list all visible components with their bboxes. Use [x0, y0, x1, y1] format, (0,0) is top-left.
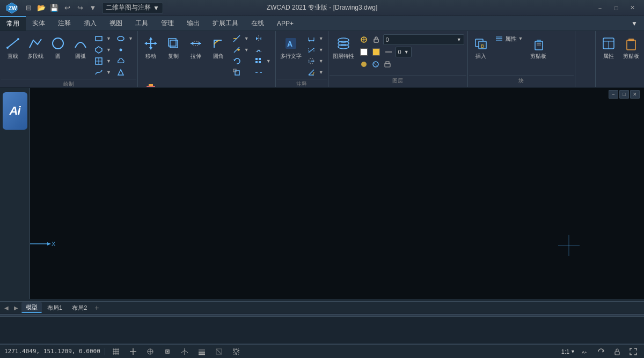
main-canvas[interactable]: − □ ✕ Y X: [0, 88, 644, 299]
minimize-button[interactable]: −: [592, 2, 608, 14]
undo-button[interactable]: ↩: [61, 2, 73, 14]
draw-ellipse-button[interactable]: ▼: [114, 33, 135, 44]
menu-tab-tools[interactable]: 工具: [129, 16, 155, 31]
clipboard-paste-button[interactable]: 剪贴板: [526, 33, 550, 61]
layer-on-btn[interactable]: [358, 59, 369, 70]
modify-offset-button[interactable]: [252, 44, 273, 55]
draw-polygon-button[interactable]: ▼: [92, 44, 113, 55]
menu-tab-solid[interactable]: 实体: [26, 16, 52, 31]
sub-minimize-button[interactable]: −: [609, 90, 618, 99]
draw-wipeout-button[interactable]: [114, 67, 135, 78]
rotate-icon: [232, 57, 241, 65]
fullscreen-button[interactable]: [627, 346, 640, 357]
snap-polar-button[interactable]: [144, 346, 157, 357]
snap-3d-button[interactable]: [178, 346, 191, 357]
snap-grid-button[interactable]: [109, 346, 122, 357]
sub-maximize-button[interactable]: □: [619, 90, 629, 99]
layout-tab-layout1[interactable]: 布局1: [43, 302, 67, 313]
draw-arc-button[interactable]: 圆弧: [70, 33, 91, 61]
modify-erase-button[interactable]: 擦除: [140, 78, 162, 88]
workspace-lock-button[interactable]: [611, 346, 624, 357]
close-button[interactable]: ✕: [625, 2, 640, 14]
modify-mirror-button[interactable]: [252, 33, 273, 44]
lineweight-button[interactable]: [195, 346, 208, 357]
draw-line-button[interactable]: 直线: [2, 33, 24, 61]
scale-dropdown[interactable]: 1:1 ▼: [561, 348, 575, 355]
annotation-sync-button[interactable]: [595, 346, 608, 357]
modify-move-button[interactable]: 移动: [140, 33, 162, 61]
menu-tab-ext[interactable]: 扩展工具: [206, 16, 245, 31]
menu-tab-output[interactable]: 输出: [180, 16, 206, 31]
annot-dim-radius-button[interactable]: R ▼: [305, 56, 326, 66]
layout-add-button[interactable]: +: [92, 303, 101, 312]
modify-rotate-button[interactable]: [230, 56, 251, 66]
annot-dim-angle-button[interactable]: ▼: [305, 67, 326, 78]
draw-hatch-button[interactable]: ▼: [92, 56, 113, 66]
color-swatch-yellow-btn[interactable]: [371, 47, 382, 57]
layer-prop-button[interactable]: 图层特性: [331, 33, 356, 61]
draw-rect-button[interactable]: ▼: [92, 33, 113, 44]
block-insert-button[interactable]: B 插入: [470, 33, 492, 61]
qa-dropdown[interactable]: ▼: [87, 2, 99, 14]
draw-cloud-button[interactable]: [114, 56, 135, 66]
linetype-icon-btn[interactable]: [383, 47, 394, 57]
insert-icon: B: [472, 35, 489, 52]
menu-tab-app[interactable]: APP+: [270, 16, 300, 31]
svg-text:A+: A+: [582, 350, 587, 355]
redo-button[interactable]: ↪: [74, 2, 86, 14]
new-button[interactable]: ⊟: [23, 2, 34, 14]
clipboard-big-button[interactable]: 剪贴板: [620, 33, 642, 61]
workspace-dropdown[interactable]: 二维草图与注释 ▼: [102, 3, 163, 13]
annotation-scale-button[interactable]: A+: [579, 346, 591, 357]
layout-tab-layout2[interactable]: 布局2: [68, 302, 91, 313]
open-button[interactable]: 📂: [35, 2, 47, 14]
chamfer-icon: [210, 35, 227, 52]
maximize-button[interactable]: □: [609, 2, 624, 14]
sub-close-button[interactable]: ✕: [630, 90, 640, 99]
layer-freeze-btn[interactable]: [358, 34, 369, 45]
menu-tab-online[interactable]: 在线: [245, 16, 270, 31]
layer-name-dropdown[interactable]: 0 ▼: [383, 34, 464, 45]
layer-print-btn[interactable]: [382, 59, 393, 70]
layer-freeze2-btn[interactable]: [370, 59, 381, 70]
modify-extend-button[interactable]: ▼: [230, 44, 251, 55]
color-swatch-btn[interactable]: [358, 47, 369, 57]
svg-marker-7: [96, 47, 102, 53]
draw-circle-button[interactable]: 圆: [47, 33, 69, 61]
annot-mtext-button[interactable]: A 多行文字: [278, 33, 304, 61]
layout-scroll-prev-button[interactable]: ◀: [2, 303, 11, 312]
properties-panel-button[interactable]: 属性: [598, 33, 619, 61]
menu-tab-common[interactable]: 常用: [0, 16, 26, 31]
save-button[interactable]: 💾: [48, 2, 60, 14]
block-prop-button[interactable]: 属性 ▼: [493, 33, 525, 44]
svg-rect-20: [170, 40, 178, 48]
modify-scale-button[interactable]: [230, 67, 251, 78]
menu-tab-view[interactable]: 视图: [103, 16, 129, 31]
annot-dim-align-button[interactable]: ▼: [305, 44, 326, 55]
modify-stretch-button[interactable]: 拉伸: [185, 33, 207, 61]
dim-radius-icon: R: [307, 57, 316, 65]
layer-lock-btn[interactable]: [371, 34, 382, 45]
modify-copy-button[interactable]: 复制: [163, 33, 184, 61]
transparency-button[interactable]: [213, 346, 225, 357]
modify-break-button[interactable]: [252, 67, 273, 78]
snap-ortho-button[interactable]: [127, 346, 140, 357]
menu-tab-manage[interactable]: 管理: [155, 16, 180, 31]
modify-trim-button[interactable]: ▼: [230, 33, 251, 44]
menu-tab-annotation[interactable]: 注释: [52, 16, 77, 31]
modify-array-button[interactable]: ▼: [252, 56, 273, 66]
svg-text:X: X: [52, 241, 56, 247]
menu-tab-insert[interactable]: 插入: [77, 16, 103, 31]
layout-tab-model[interactable]: 模型: [21, 302, 42, 313]
modify-chamfer-button[interactable]: 圆角: [208, 33, 229, 61]
menu-tab-collapse[interactable]: ▼: [625, 16, 644, 31]
snap-osnap-button[interactable]: [161, 346, 174, 357]
annot-dim-linear-button[interactable]: ▼: [305, 33, 326, 44]
draw-pline-button[interactable]: 多段线: [25, 33, 46, 61]
ai-button[interactable]: Ai: [3, 92, 27, 130]
layout-scroll-next-button[interactable]: ▶: [12, 303, 20, 312]
linetype-dropdown[interactable]: 0 ▼: [396, 47, 412, 57]
selection-button[interactable]: [230, 346, 243, 357]
draw-spline-button[interactable]: ▼: [92, 67, 113, 78]
draw-point-button[interactable]: [114, 44, 135, 55]
